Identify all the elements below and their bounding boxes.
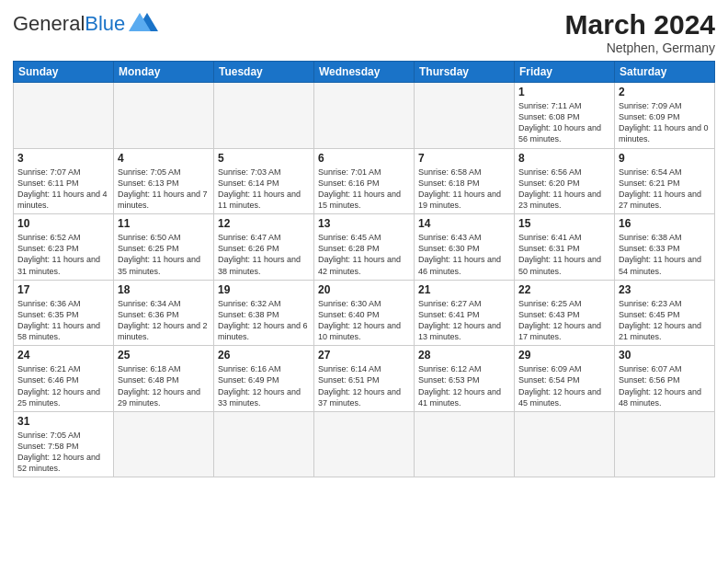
day-info: Sunrise: 6:50 AM Sunset: 6:25 PM Dayligh… bbox=[118, 232, 210, 277]
day-number: 23 bbox=[619, 283, 711, 296]
calendar-cell: 10Sunrise: 6:52 AM Sunset: 6:23 PM Dayli… bbox=[14, 214, 114, 281]
day-info: Sunrise: 6:25 AM Sunset: 6:43 PM Dayligh… bbox=[518, 298, 610, 343]
calendar-cell: 20Sunrise: 6:30 AM Sunset: 6:40 PM Dayli… bbox=[314, 280, 415, 346]
day-info: Sunrise: 6:30 AM Sunset: 6:40 PM Dayligh… bbox=[318, 298, 410, 343]
calendar-cell bbox=[14, 83, 114, 149]
calendar-cell: 25Sunrise: 6:18 AM Sunset: 6:48 PM Dayli… bbox=[114, 346, 214, 412]
day-number: 8 bbox=[518, 152, 610, 165]
calendar-cell: 16Sunrise: 6:38 AM Sunset: 6:33 PM Dayli… bbox=[615, 214, 715, 281]
calendar-week-6: 31Sunrise: 7:05 AM Sunset: 7:58 PM Dayli… bbox=[14, 411, 715, 477]
calendar-cell bbox=[214, 411, 314, 477]
calendar-week-1: 1Sunrise: 7:11 AM Sunset: 6:08 PM Daylig… bbox=[14, 83, 715, 149]
calendar-cell: 24Sunrise: 6:21 AM Sunset: 6:46 PM Dayli… bbox=[14, 346, 114, 412]
logo-blue-text: Blue bbox=[85, 12, 125, 35]
calendar-cell bbox=[314, 83, 415, 149]
day-info: Sunrise: 6:23 AM Sunset: 6:45 PM Dayligh… bbox=[619, 298, 711, 343]
weekday-header-row: Sunday Monday Tuesday Wednesday Thursday… bbox=[14, 62, 715, 83]
calendar-cell bbox=[415, 411, 515, 477]
day-number: 14 bbox=[418, 217, 510, 230]
title-block: March 2024 Netphen, Germany bbox=[565, 9, 715, 55]
day-info: Sunrise: 6:16 AM Sunset: 6:49 PM Dayligh… bbox=[218, 363, 310, 408]
day-number: 18 bbox=[118, 283, 210, 296]
day-info: Sunrise: 6:52 AM Sunset: 6:23 PM Dayligh… bbox=[17, 232, 109, 277]
calendar-week-5: 24Sunrise: 6:21 AM Sunset: 6:46 PM Dayli… bbox=[14, 346, 715, 412]
day-info: Sunrise: 7:07 AM Sunset: 6:11 PM Dayligh… bbox=[17, 167, 109, 212]
day-info: Sunrise: 6:45 AM Sunset: 6:28 PM Dayligh… bbox=[318, 232, 410, 277]
day-info: Sunrise: 6:47 AM Sunset: 6:26 PM Dayligh… bbox=[218, 232, 310, 277]
page-header: GeneralBlue March 2024 Netphen, Germany bbox=[13, 9, 715, 55]
calendar-cell: 31Sunrise: 7:05 AM Sunset: 7:58 PM Dayli… bbox=[14, 411, 114, 477]
day-info: Sunrise: 7:11 AM Sunset: 6:08 PM Dayligh… bbox=[518, 100, 610, 145]
calendar-cell: 30Sunrise: 6:07 AM Sunset: 6:56 PM Dayli… bbox=[615, 346, 715, 412]
header-monday: Monday bbox=[114, 62, 214, 83]
header-sunday: Sunday bbox=[14, 62, 114, 83]
day-number: 5 bbox=[218, 152, 310, 165]
day-number: 11 bbox=[118, 217, 210, 230]
day-info: Sunrise: 6:07 AM Sunset: 6:56 PM Dayligh… bbox=[619, 363, 711, 408]
day-number: 16 bbox=[619, 217, 711, 230]
day-number: 7 bbox=[418, 152, 510, 165]
calendar-cell: 28Sunrise: 6:12 AM Sunset: 6:53 PM Dayli… bbox=[415, 346, 515, 412]
day-number: 12 bbox=[218, 217, 310, 230]
calendar-cell: 8Sunrise: 6:56 AM Sunset: 6:20 PM Daylig… bbox=[515, 148, 615, 214]
month-year-title: March 2024 bbox=[565, 9, 715, 40]
calendar-cell bbox=[615, 411, 715, 477]
day-info: Sunrise: 6:58 AM Sunset: 6:18 PM Dayligh… bbox=[418, 167, 510, 212]
calendar-week-2: 3Sunrise: 7:07 AM Sunset: 6:11 PM Daylig… bbox=[14, 148, 715, 214]
calendar-cell: 15Sunrise: 6:41 AM Sunset: 6:31 PM Dayli… bbox=[515, 214, 615, 281]
day-number: 1 bbox=[518, 86, 610, 98]
calendar-cell: 11Sunrise: 6:50 AM Sunset: 6:25 PM Dayli… bbox=[114, 214, 214, 281]
calendar-cell: 6Sunrise: 7:01 AM Sunset: 6:16 PM Daylig… bbox=[314, 148, 415, 214]
calendar-cell: 26Sunrise: 6:16 AM Sunset: 6:49 PM Dayli… bbox=[214, 346, 314, 412]
day-number: 13 bbox=[318, 217, 410, 230]
day-number: 21 bbox=[418, 283, 510, 296]
logo-general-text: General bbox=[13, 12, 85, 35]
header-thursday: Thursday bbox=[415, 62, 515, 83]
logo-icon bbox=[129, 9, 158, 39]
calendar-cell: 5Sunrise: 7:03 AM Sunset: 6:14 PM Daylig… bbox=[214, 148, 314, 214]
calendar-cell bbox=[114, 83, 214, 149]
calendar-cell bbox=[314, 411, 415, 477]
calendar-cell: 21Sunrise: 6:27 AM Sunset: 6:41 PM Dayli… bbox=[415, 280, 515, 346]
calendar-cell: 18Sunrise: 6:34 AM Sunset: 6:36 PM Dayli… bbox=[114, 280, 214, 346]
day-info: Sunrise: 6:56 AM Sunset: 6:20 PM Dayligh… bbox=[518, 167, 610, 212]
day-number: 20 bbox=[318, 283, 410, 296]
day-info: Sunrise: 6:14 AM Sunset: 6:51 PM Dayligh… bbox=[318, 363, 410, 408]
day-number: 4 bbox=[118, 152, 210, 165]
day-info: Sunrise: 7:03 AM Sunset: 6:14 PM Dayligh… bbox=[218, 167, 310, 212]
day-number: 9 bbox=[619, 152, 711, 165]
calendar-week-4: 17Sunrise: 6:36 AM Sunset: 6:35 PM Dayli… bbox=[14, 280, 715, 346]
header-friday: Friday bbox=[515, 62, 615, 83]
calendar-cell: 7Sunrise: 6:58 AM Sunset: 6:18 PM Daylig… bbox=[415, 148, 515, 214]
calendar-cell bbox=[515, 411, 615, 477]
calendar-cell: 17Sunrise: 6:36 AM Sunset: 6:35 PM Dayli… bbox=[14, 280, 114, 346]
calendar-cell: 3Sunrise: 7:07 AM Sunset: 6:11 PM Daylig… bbox=[14, 148, 114, 214]
day-info: Sunrise: 6:43 AM Sunset: 6:30 PM Dayligh… bbox=[418, 232, 510, 277]
calendar-cell: 1Sunrise: 7:11 AM Sunset: 6:08 PM Daylig… bbox=[515, 83, 615, 149]
calendar-cell: 13Sunrise: 6:45 AM Sunset: 6:28 PM Dayli… bbox=[314, 214, 415, 281]
calendar-cell: 29Sunrise: 6:09 AM Sunset: 6:54 PM Dayli… bbox=[515, 346, 615, 412]
day-number: 24 bbox=[17, 349, 109, 362]
day-number: 29 bbox=[518, 349, 610, 362]
calendar-week-3: 10Sunrise: 6:52 AM Sunset: 6:23 PM Dayli… bbox=[14, 214, 715, 281]
day-info: Sunrise: 7:09 AM Sunset: 6:09 PM Dayligh… bbox=[619, 100, 711, 145]
day-number: 2 bbox=[619, 86, 711, 98]
day-info: Sunrise: 6:38 AM Sunset: 6:33 PM Dayligh… bbox=[619, 232, 711, 277]
calendar-page: GeneralBlue March 2024 Netphen, Germany … bbox=[0, 0, 728, 563]
day-info: Sunrise: 6:09 AM Sunset: 6:54 PM Dayligh… bbox=[518, 363, 610, 408]
day-info: Sunrise: 7:05 AM Sunset: 6:13 PM Dayligh… bbox=[118, 167, 210, 212]
logo: GeneralBlue bbox=[13, 9, 158, 39]
calendar-cell bbox=[114, 411, 214, 477]
header-tuesday: Tuesday bbox=[214, 62, 314, 83]
calendar-cell: 9Sunrise: 6:54 AM Sunset: 6:21 PM Daylig… bbox=[615, 148, 715, 214]
day-number: 15 bbox=[518, 217, 610, 230]
calendar-cell: 19Sunrise: 6:32 AM Sunset: 6:38 PM Dayli… bbox=[214, 280, 314, 346]
day-info: Sunrise: 6:18 AM Sunset: 6:48 PM Dayligh… bbox=[118, 363, 210, 408]
day-number: 28 bbox=[418, 349, 510, 362]
day-info: Sunrise: 6:32 AM Sunset: 6:38 PM Dayligh… bbox=[218, 298, 310, 343]
calendar-table: Sunday Monday Tuesday Wednesday Thursday… bbox=[13, 61, 715, 477]
day-number: 25 bbox=[118, 349, 210, 362]
day-number: 31 bbox=[17, 415, 109, 428]
day-info: Sunrise: 6:54 AM Sunset: 6:21 PM Dayligh… bbox=[619, 167, 711, 212]
day-info: Sunrise: 6:21 AM Sunset: 6:46 PM Dayligh… bbox=[17, 363, 109, 408]
